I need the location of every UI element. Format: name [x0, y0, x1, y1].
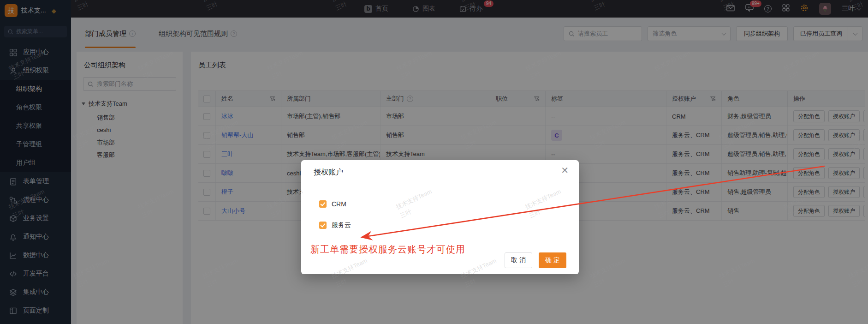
authorize-account-modal: 授权账户 ✕ CRM 服务云 新工单需要授权服务云账号才可使用 取 消 确 定: [301, 160, 579, 274]
option-label: CRM: [332, 200, 346, 208]
modal-warning-note: 新工单需要授权服务云账号才可使用: [310, 243, 465, 256]
confirm-button[interactable]: 确 定: [539, 252, 566, 268]
service-cloud-checkbox-option[interactable]: 服务云: [319, 221, 351, 229]
checkbox-checked[interactable]: [319, 222, 327, 229]
modal-title: 授权账户: [314, 168, 343, 177]
option-label: 服务云: [332, 221, 351, 229]
cancel-button[interactable]: 取 消: [505, 252, 532, 268]
checkbox-checked[interactable]: [319, 200, 327, 208]
close-icon[interactable]: ✕: [561, 166, 569, 175]
crm-checkbox-option[interactable]: CRM: [319, 200, 346, 208]
